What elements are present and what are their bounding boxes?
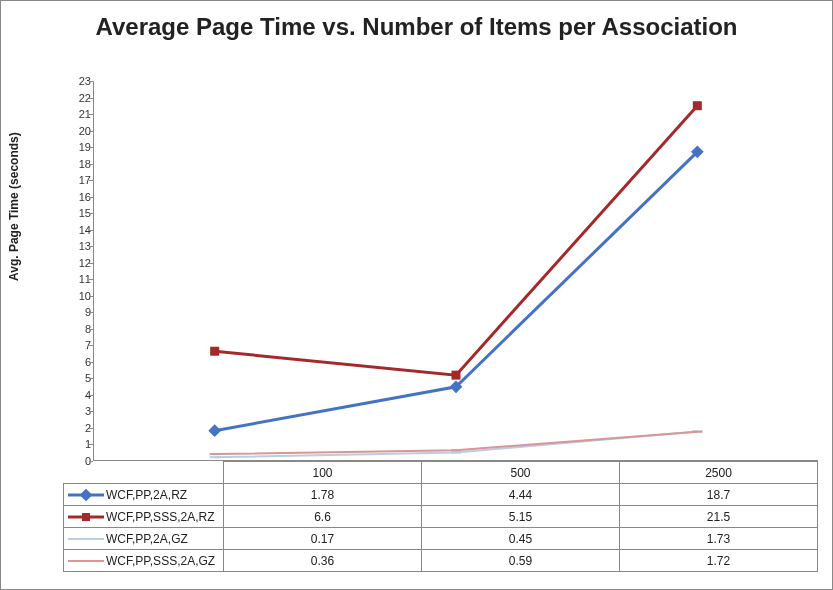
data-cell: 1.78 (224, 484, 422, 506)
y-tick-label: 20 (63, 125, 91, 136)
chart-title: Average Page Time vs. Number of Items pe… (1, 1, 832, 46)
plot-area (93, 81, 818, 461)
legend-marker-icon (82, 513, 90, 521)
y-tick-label: 3 (63, 406, 91, 417)
y-tick-label: 7 (63, 340, 91, 351)
table-header-row: 1005002500 (64, 462, 818, 484)
series-name: WCF,PP,2A,GZ (106, 532, 188, 546)
y-tick-label: 16 (63, 191, 91, 202)
series-marker (210, 456, 220, 458)
y-tick-label: 9 (63, 307, 91, 318)
table-corner (64, 462, 224, 484)
y-tick-label: 10 (63, 290, 91, 301)
y-tick-label: 12 (63, 257, 91, 268)
series-line (215, 106, 698, 375)
y-tick-label: 13 (63, 241, 91, 252)
plot-svg (94, 81, 818, 460)
series-name: WCF,PP,2A,RZ (106, 488, 187, 502)
table-row: WCF,PP,2A,GZ0.170.451.73 (64, 528, 818, 550)
y-tick-label: 4 (63, 389, 91, 400)
y-tick-label: 19 (63, 142, 91, 153)
legend-swatch (68, 533, 104, 545)
series-marker (210, 453, 220, 455)
y-tick-label: 6 (63, 356, 91, 367)
y-tick-label: 1 (63, 439, 91, 450)
data-cell: 0.45 (422, 528, 620, 550)
data-table: 1005002500WCF,PP,2A,RZ1.784.4418.7WCF,PP… (63, 461, 818, 572)
chart-container: Average Page Time vs. Number of Items pe… (0, 0, 833, 590)
y-tick-label: 8 (63, 323, 91, 334)
legend-cell: WCF,PP,SSS,2A,RZ (64, 506, 224, 528)
legend-marker-icon (81, 560, 91, 562)
legend-marker-icon (81, 538, 91, 540)
y-tick-label: 15 (63, 208, 91, 219)
y-tick-label: 17 (63, 175, 91, 186)
series-marker (693, 101, 702, 110)
y-tick-label: 22 (63, 92, 91, 103)
table-row: WCF,PP,SSS,2A,RZ6.65.1521.5 (64, 506, 818, 528)
y-tick-label: 14 (63, 224, 91, 235)
category-header: 100 (224, 462, 422, 484)
legend-swatch (68, 489, 104, 501)
legend-cell: WCF,PP,2A,RZ (64, 484, 224, 506)
legend-cell: WCF,PP,SSS,2A,GZ (64, 550, 224, 572)
data-cell: 18.7 (620, 484, 818, 506)
data-cell: 1.73 (620, 528, 818, 550)
series-marker (451, 449, 461, 451)
category-header: 500 (422, 462, 620, 484)
data-cell: 21.5 (620, 506, 818, 528)
data-cell: 6.6 (224, 506, 422, 528)
legend-cell: WCF,PP,2A,GZ (64, 528, 224, 550)
series-marker (208, 424, 221, 437)
y-tick-label: 5 (63, 373, 91, 384)
series-name: WCF,PP,SSS,2A,RZ (106, 510, 214, 524)
series-marker (451, 452, 461, 454)
data-cell: 0.17 (224, 528, 422, 550)
legend-marker-icon (80, 489, 93, 502)
data-cell: 0.36 (224, 550, 422, 572)
legend-swatch (68, 555, 104, 567)
plot-wrap: 01234567891011121314151617181920212223 (63, 81, 818, 461)
data-cell: 0.59 (422, 550, 620, 572)
y-tick-label: 11 (63, 274, 91, 285)
data-cell: 4.44 (422, 484, 620, 506)
y-tick-label: 21 (63, 109, 91, 120)
series-marker (452, 371, 461, 380)
data-cell: 1.72 (620, 550, 818, 572)
table-row: WCF,PP,SSS,2A,GZ0.360.591.72 (64, 550, 818, 572)
series-name: WCF,PP,SSS,2A,GZ (106, 554, 215, 568)
table-row: WCF,PP,2A,RZ1.784.4418.7 (64, 484, 818, 506)
y-tick-label: 2 (63, 422, 91, 433)
data-cell: 5.15 (422, 506, 620, 528)
legend-swatch (68, 511, 104, 523)
category-header: 2500 (620, 462, 818, 484)
y-tick-label: 18 (63, 158, 91, 169)
y-axis-label: Avg. Page Time (seconds) (7, 132, 21, 281)
y-tick-label: 23 (63, 76, 91, 87)
series-marker (210, 347, 219, 356)
series-marker (692, 431, 702, 433)
